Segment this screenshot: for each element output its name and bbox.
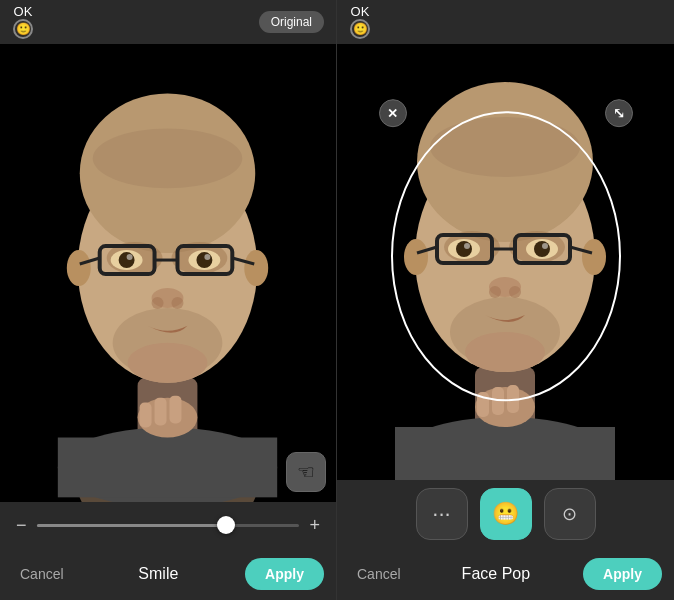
right-photo-area: ✕ ⤡	[337, 44, 674, 480]
left-cancel-button[interactable]: Cancel	[12, 562, 72, 586]
right-ok-button[interactable]: OK 🙂	[349, 5, 371, 40]
face-pop-icon: 😬	[492, 501, 519, 527]
svg-point-40	[404, 239, 428, 275]
slider-thumb[interactable]	[217, 516, 235, 534]
smiley-face-icon: 🙂	[13, 19, 33, 39]
svg-rect-36	[395, 427, 615, 480]
svg-rect-63	[507, 385, 519, 413]
svg-point-27	[128, 343, 208, 383]
tool-face-button[interactable]: 😬	[480, 488, 532, 540]
svg-point-39	[430, 117, 580, 177]
resize-arrows-icon: ⤡	[613, 105, 625, 121]
svg-rect-4	[58, 438, 277, 498]
left-ok-button[interactable]: OK 🙂	[12, 5, 34, 40]
original-button[interactable]: Original	[259, 11, 324, 33]
left-ok-label: OK	[14, 5, 33, 18]
svg-point-19	[119, 252, 135, 268]
close-x-icon: ✕	[387, 106, 398, 121]
tool-more-button[interactable]: ···	[416, 488, 468, 540]
svg-point-9	[244, 250, 268, 286]
right-effect-name: Face Pop	[462, 565, 530, 583]
smile-slider[interactable]	[37, 524, 300, 527]
selection-close-button[interactable]: ✕	[379, 99, 407, 127]
slider-container: − +	[14, 510, 322, 540]
right-bottom-bar: Cancel Face Pop Apply	[337, 548, 674, 600]
left-smiley-icon: 🙂	[12, 18, 34, 40]
touch-select-button[interactable]: ☜	[286, 452, 326, 492]
left-top-bar: OK 🙂 Original	[0, 0, 336, 44]
right-apply-button[interactable]: Apply	[583, 558, 662, 590]
tool-lasso-button[interactable]: ⊙	[544, 488, 596, 540]
svg-point-25	[171, 297, 183, 309]
right-top-bar: OK 🙂	[337, 0, 674, 44]
svg-point-22	[204, 254, 210, 260]
svg-rect-30	[155, 398, 167, 426]
svg-point-7	[93, 128, 243, 188]
svg-point-56	[489, 286, 501, 298]
right-tool-bar: ··· 😬 ⊙	[337, 480, 674, 548]
left-slider-area: − +	[0, 502, 336, 548]
selection-resize-button[interactable]: ⤡	[605, 99, 633, 127]
svg-point-41	[582, 239, 606, 275]
slider-plus-button[interactable]: +	[307, 514, 322, 536]
slider-minus-button[interactable]: −	[14, 514, 29, 536]
svg-rect-62	[492, 387, 504, 415]
right-panel: OK 🙂	[337, 0, 674, 600]
left-face-svg	[0, 44, 336, 502]
left-effect-name: Smile	[138, 565, 178, 583]
right-ok-label: OK	[351, 5, 370, 18]
left-bottom-bar: Cancel Smile Apply	[0, 548, 336, 600]
svg-point-24	[152, 297, 164, 309]
right-smiley-face-icon: 🙂	[350, 19, 370, 39]
left-photo-area: ☜	[0, 44, 336, 502]
svg-point-51	[456, 241, 472, 257]
svg-point-54	[542, 243, 548, 249]
svg-point-8	[67, 250, 91, 286]
svg-point-53	[464, 243, 470, 249]
lasso-icon: ⊙	[562, 503, 577, 525]
svg-point-57	[509, 286, 521, 298]
svg-rect-61	[477, 392, 489, 417]
touch-hand-icon: ☜	[297, 460, 315, 484]
svg-point-52	[534, 241, 550, 257]
right-portrait: ✕ ⤡	[337, 44, 674, 480]
left-apply-button[interactable]: Apply	[245, 558, 324, 590]
left-portrait: ☜	[0, 44, 336, 502]
slider-fill	[37, 524, 226, 527]
more-dots-icon: ···	[432, 501, 450, 527]
svg-rect-31	[169, 396, 181, 424]
svg-point-59	[465, 332, 545, 372]
svg-rect-29	[140, 403, 152, 428]
svg-point-20	[196, 252, 212, 268]
right-smiley-icon: 🙂	[349, 18, 371, 40]
right-cancel-button[interactable]: Cancel	[349, 562, 409, 586]
svg-point-21	[127, 254, 133, 260]
left-panel: OK 🙂 Original	[0, 0, 337, 600]
